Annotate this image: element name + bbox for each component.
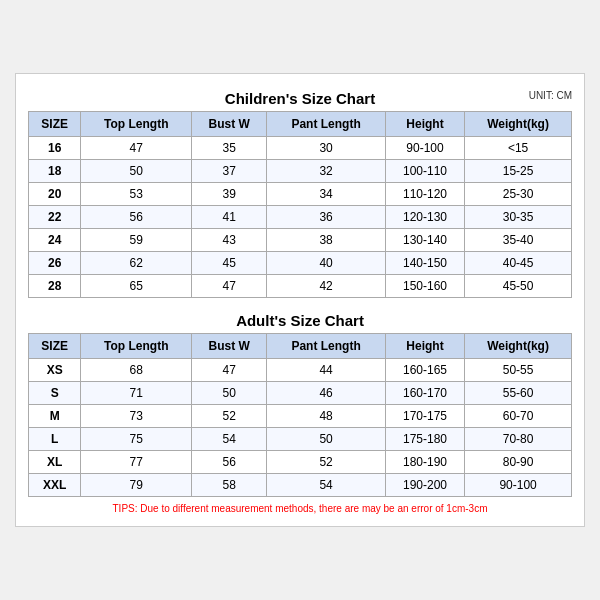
size-cell: S <box>29 382 81 405</box>
chart-container: Children's Size Chart UNIT: CM SIZE Top … <box>15 73 585 527</box>
adult-col-header-weight: Weight(kg) <box>465 334 572 359</box>
data-cell: 52 <box>192 405 267 428</box>
table-row: XXL795854190-20090-100 <box>29 474 572 497</box>
data-cell: 42 <box>267 275 386 298</box>
data-cell: 35-40 <box>465 229 572 252</box>
data-cell: 130-140 <box>385 229 464 252</box>
data-cell: 56 <box>192 451 267 474</box>
col-header-bust: Bust W <box>192 112 267 137</box>
table-row: 22564136120-13030-35 <box>29 206 572 229</box>
children-title-text: Children's Size Chart <box>225 90 375 107</box>
adult-col-header-bust: Bust W <box>192 334 267 359</box>
data-cell: 47 <box>192 359 267 382</box>
data-cell: 34 <box>267 183 386 206</box>
adult-section-title: Adult's Size Chart <box>28 306 572 333</box>
adult-title-text: Adult's Size Chart <box>236 312 364 329</box>
data-cell: 190-200 <box>385 474 464 497</box>
data-cell: 120-130 <box>385 206 464 229</box>
data-cell: 60-70 <box>465 405 572 428</box>
data-cell: 50 <box>267 428 386 451</box>
data-cell: 36 <box>267 206 386 229</box>
table-row: 28654742150-16045-50 <box>29 275 572 298</box>
data-cell: 30 <box>267 137 386 160</box>
data-cell: 90-100 <box>385 137 464 160</box>
data-cell: 39 <box>192 183 267 206</box>
col-header-top-length: Top Length <box>81 112 192 137</box>
data-cell: 79 <box>81 474 192 497</box>
table-row: 26624540140-15040-45 <box>29 252 572 275</box>
data-cell: <15 <box>465 137 572 160</box>
size-cell: M <box>29 405 81 428</box>
adult-size-table: SIZE Top Length Bust W Pant Length Heigh… <box>28 333 572 497</box>
data-cell: 140-150 <box>385 252 464 275</box>
size-cell: XXL <box>29 474 81 497</box>
data-cell: 56 <box>81 206 192 229</box>
data-cell: 68 <box>81 359 192 382</box>
table-row: 1647353090-100<15 <box>29 137 572 160</box>
data-cell: 45 <box>192 252 267 275</box>
data-cell: 48 <box>267 405 386 428</box>
data-cell: 59 <box>81 229 192 252</box>
data-cell: 40-45 <box>465 252 572 275</box>
size-cell: 16 <box>29 137 81 160</box>
data-cell: 38 <box>267 229 386 252</box>
data-cell: 52 <box>267 451 386 474</box>
data-cell: 35 <box>192 137 267 160</box>
data-cell: 75 <box>81 428 192 451</box>
data-cell: 55-60 <box>465 382 572 405</box>
data-cell: 180-190 <box>385 451 464 474</box>
table-row: S715046160-17055-60 <box>29 382 572 405</box>
table-row: 24594338130-14035-40 <box>29 229 572 252</box>
size-cell: XL <box>29 451 81 474</box>
table-row: XS684744160-16550-55 <box>29 359 572 382</box>
data-cell: 70-80 <box>465 428 572 451</box>
data-cell: 80-90 <box>465 451 572 474</box>
data-cell: 100-110 <box>385 160 464 183</box>
table-row: XL775652180-19080-90 <box>29 451 572 474</box>
data-cell: 41 <box>192 206 267 229</box>
data-cell: 15-25 <box>465 160 572 183</box>
data-cell: 47 <box>192 275 267 298</box>
table-row: M735248170-17560-70 <box>29 405 572 428</box>
data-cell: 160-170 <box>385 382 464 405</box>
data-cell: 40 <box>267 252 386 275</box>
data-cell: 46 <box>267 382 386 405</box>
data-cell: 44 <box>267 359 386 382</box>
data-cell: 73 <box>81 405 192 428</box>
tips-text: TIPS: Due to different measurement metho… <box>28 497 572 516</box>
data-cell: 54 <box>267 474 386 497</box>
children-size-table: SIZE Top Length Bust W Pant Length Heigh… <box>28 111 572 298</box>
size-cell: 24 <box>29 229 81 252</box>
data-cell: 170-175 <box>385 405 464 428</box>
data-cell: 45-50 <box>465 275 572 298</box>
size-cell: XS <box>29 359 81 382</box>
data-cell: 37 <box>192 160 267 183</box>
data-cell: 65 <box>81 275 192 298</box>
data-cell: 175-180 <box>385 428 464 451</box>
adult-col-header-height: Height <box>385 334 464 359</box>
data-cell: 43 <box>192 229 267 252</box>
data-cell: 110-120 <box>385 183 464 206</box>
data-cell: 30-35 <box>465 206 572 229</box>
size-cell: 28 <box>29 275 81 298</box>
adult-col-header-top-length: Top Length <box>81 334 192 359</box>
col-header-height: Height <box>385 112 464 137</box>
col-header-pant-length: Pant Length <box>267 112 386 137</box>
adult-header-row: SIZE Top Length Bust W Pant Length Heigh… <box>29 334 572 359</box>
col-header-size: SIZE <box>29 112 81 137</box>
children-section-title: Children's Size Chart UNIT: CM <box>28 84 572 111</box>
size-cell: 20 <box>29 183 81 206</box>
data-cell: 32 <box>267 160 386 183</box>
unit-label: UNIT: CM <box>529 90 572 101</box>
data-cell: 50 <box>192 382 267 405</box>
data-cell: 160-165 <box>385 359 464 382</box>
data-cell: 50-55 <box>465 359 572 382</box>
table-row: L755450175-18070-80 <box>29 428 572 451</box>
data-cell: 77 <box>81 451 192 474</box>
table-row: 20533934110-12025-30 <box>29 183 572 206</box>
data-cell: 71 <box>81 382 192 405</box>
table-row: 18503732100-11015-25 <box>29 160 572 183</box>
size-cell: L <box>29 428 81 451</box>
data-cell: 58 <box>192 474 267 497</box>
data-cell: 54 <box>192 428 267 451</box>
